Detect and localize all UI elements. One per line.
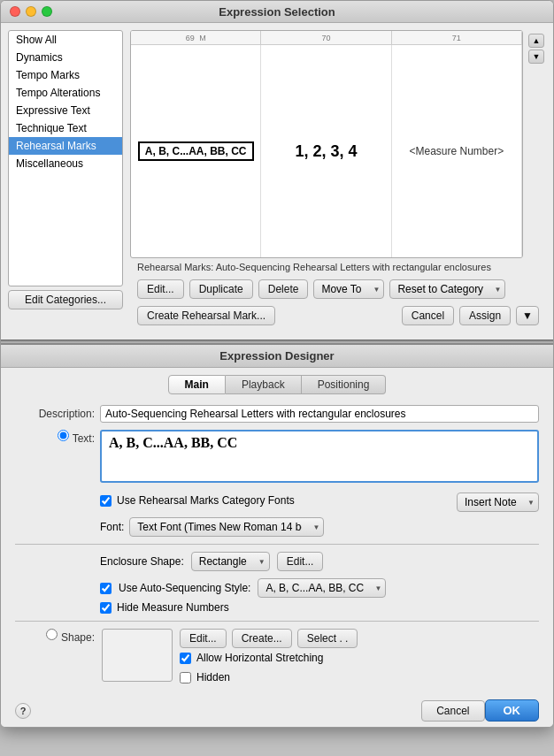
reset-category-wrapper: Reset to Category xyxy=(389,279,505,299)
ok-button[interactable]: OK xyxy=(485,699,540,722)
autoseq-row: Use Auto-Sequencing Style: A, B, C...AA,… xyxy=(100,578,539,598)
enclosure-label: Enclosure Shape: xyxy=(100,555,184,568)
enclosure-wrapper: Rectangle xyxy=(191,552,270,571)
preview-measure-3[interactable]: <Measure Number> xyxy=(392,45,522,257)
text-row: Text: A, B, C...AA, BB, CC xyxy=(15,430,539,485)
create-rehearsal-mark-button[interactable]: Create Rehearsal Mark... xyxy=(137,306,275,325)
shape-label: Shape: xyxy=(61,629,95,644)
tabs-row: Main Playback Positioning xyxy=(1,368,553,398)
edit-button[interactable]: Edit... xyxy=(137,279,184,299)
window-title: Expression Selection xyxy=(219,5,335,19)
shape-preview xyxy=(102,629,173,682)
hidden-row: Hidden xyxy=(180,671,358,683)
category-item-tempo-alterations[interactable]: Tempo Alterations xyxy=(9,84,122,102)
measure-number: 1, 2, 3, 4 xyxy=(295,142,357,161)
scroll-down-button[interactable]: ▼ xyxy=(528,50,544,64)
designer-titlebar: Expression Designer xyxy=(1,345,553,368)
shape-row: Shape: Edit... Create... Select . . Allo… xyxy=(15,629,539,687)
ruler: 69 M 70 71 xyxy=(131,31,522,45)
help-button[interactable]: ? xyxy=(15,703,31,719)
description-label: Description: xyxy=(15,405,95,420)
designer-form: Description: Text: A, B, C...AA, BB, CC … xyxy=(1,398,553,694)
bottom-footer: ? Cancel OK xyxy=(1,694,553,727)
category-item-dynamics[interactable]: Dynamics xyxy=(9,49,122,66)
close-button[interactable] xyxy=(10,6,20,17)
autoseq-wrapper: A, B, C...AA, BB, CC xyxy=(258,578,386,598)
enclosure-row: Enclosure Shape: Rectangle Edit... xyxy=(100,552,539,571)
text-radio[interactable] xyxy=(58,430,69,441)
tab-playback[interactable]: Playback xyxy=(226,375,302,394)
top-section: Show AllDynamicsTempo MarksTempo Alterat… xyxy=(1,23,553,340)
autoseq-dropdown[interactable]: A, B, C...AA, BB, CC xyxy=(258,578,386,598)
ruler-cell-1: 69 M xyxy=(131,31,261,44)
preview-area: 69 M 70 71 A, B, C...AA, BB, CC xyxy=(130,30,523,258)
shape-controls: Edit... Create... Select . . Allow Horiz… xyxy=(180,629,358,687)
ruler-cell-2: 70 xyxy=(261,31,391,44)
move-to-wrapper: Move To xyxy=(313,279,384,299)
titlebar: Expression Selection xyxy=(1,1,553,23)
delete-button[interactable]: Delete xyxy=(258,279,309,299)
description-row: Description: xyxy=(15,405,539,423)
tab-positioning[interactable]: Positioning xyxy=(302,375,387,394)
cancel-bottom-button[interactable]: Cancel xyxy=(421,700,484,722)
status-text: Rehearsal Marks: Auto-Sequencing Rehears… xyxy=(130,258,546,276)
autoseq-checkbox[interactable] xyxy=(100,583,112,594)
measure-box-text: A, B, C...AA, BB, CC xyxy=(138,141,254,161)
assign-button[interactable]: Assign xyxy=(459,306,511,325)
hidden-checkbox[interactable] xyxy=(180,672,191,683)
insert-note-wrapper: Insert Note xyxy=(457,493,539,512)
hidden-label: Hidden xyxy=(196,671,230,683)
enclosure-edit-button[interactable]: Edit... xyxy=(277,552,324,571)
shape-edit-button[interactable]: Edit... xyxy=(180,629,227,648)
reset-category-dropdown[interactable]: Reset to Category xyxy=(389,279,505,299)
category-item-show-all[interactable]: Show All xyxy=(9,31,122,49)
duplicate-button[interactable]: Duplicate xyxy=(189,279,253,299)
shape-radio[interactable] xyxy=(46,629,58,640)
move-to-dropdown[interactable]: Move To xyxy=(313,279,384,299)
insert-note-dropdown[interactable]: Insert Note xyxy=(457,493,539,512)
hide-measure-checkbox[interactable] xyxy=(100,602,112,614)
minimize-button[interactable] xyxy=(26,6,36,17)
preview-measure-2[interactable]: 1, 2, 3, 4 xyxy=(261,45,391,257)
allow-stretching-label: Allow Horizontal Stretching xyxy=(196,652,323,664)
hide-measure-row: Hide Measure Numbers xyxy=(100,601,539,614)
action-bar: Edit... Duplicate Delete Move To Reset t… xyxy=(130,276,546,302)
category-item-technique-text[interactable]: Technique Text xyxy=(9,119,122,137)
enclosure-dropdown[interactable]: Rectangle xyxy=(191,552,270,571)
cancel-top-button[interactable]: Cancel xyxy=(402,306,454,325)
expression-designer: Expression Designer Main Playback Positi… xyxy=(1,343,553,727)
description-input[interactable] xyxy=(100,405,539,423)
category-item-expressive-text[interactable]: Expressive Text xyxy=(9,102,122,119)
font-dropdown[interactable]: Text Font (Times New Roman 14 bold) xyxy=(129,517,324,537)
shape-buttons: Edit... Create... Select . . xyxy=(180,629,358,648)
use-category-fonts-row: Use Rehearsal Marks Category Fonts xyxy=(100,494,295,507)
measure-number-tag: <Measure Number> xyxy=(409,145,504,157)
allow-stretching-checkbox[interactable] xyxy=(180,653,191,664)
main-window: Expression Selection Show AllDynamicsTem… xyxy=(0,0,554,728)
bottom-bar: Create Rehearsal Mark... Cancel Assign ▼ xyxy=(130,302,546,332)
shape-create-button[interactable]: Create... xyxy=(232,629,292,648)
preview-measure-1[interactable]: A, B, C...AA, BB, CC xyxy=(131,45,261,257)
category-item-rehearsal-marks[interactable]: Rehearsal Marks xyxy=(9,137,122,155)
font-wrapper: Text Font (Times New Roman 14 bold) xyxy=(129,517,324,537)
preview-content: A, B, C...AA, BB, CC 1, 2, 3, 4 <Measure… xyxy=(131,45,522,257)
scroll-buttons: ▲ ▼ xyxy=(527,30,546,258)
text-textarea[interactable]: A, B, C...AA, BB, CC xyxy=(100,430,539,483)
scroll-up-button[interactable]: ▲ xyxy=(528,34,544,48)
maximize-button[interactable] xyxy=(42,6,52,17)
font-label: Font: xyxy=(100,521,124,533)
font-row: Font: Text Font (Times New Roman 14 bold… xyxy=(100,517,539,537)
divider-1 xyxy=(15,544,539,545)
divider-2 xyxy=(15,621,539,622)
text-label: Text: xyxy=(73,430,95,445)
shape-select-button[interactable]: Select . . xyxy=(297,629,358,648)
assign-dropdown-arrow[interactable]: ▼ xyxy=(516,306,539,325)
edit-categories-button[interactable]: Edit Categories... xyxy=(8,290,123,309)
ruler-cell-3: 71 xyxy=(392,31,522,44)
autoseq-label: Use Auto-Sequencing Style: xyxy=(119,582,250,594)
category-list: Show AllDynamicsTempo MarksTempo Alterat… xyxy=(8,30,123,286)
tab-main[interactable]: Main xyxy=(168,375,226,394)
use-category-fonts-checkbox[interactable] xyxy=(100,495,112,507)
category-item-miscellaneous[interactable]: Miscellaneous xyxy=(9,155,122,172)
category-item-tempo-marks[interactable]: Tempo Marks xyxy=(9,66,122,84)
